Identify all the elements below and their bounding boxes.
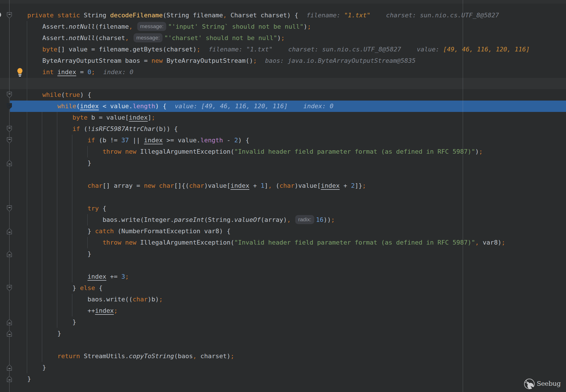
intention-bulb-icon[interactable] <box>16 68 24 77</box>
indent-guide <box>87 237 88 248</box>
code-token: (! <box>80 125 91 132</box>
indent-guide <box>27 21 27 373</box>
fold-end-icon[interactable] <box>7 364 12 371</box>
code-line-19[interactable]: baos.write(Integer.parseInt(String.value… <box>103 214 335 226</box>
code-line-12[interactable]: if (b != 37 || index >= value.length - 2… <box>88 135 249 146</box>
code-line-10[interactable]: byte b = value[index]; <box>72 112 155 123</box>
code-token: ; <box>197 46 200 53</box>
code-line-4[interactable]: byte[] value = filename.getBytes(charset… <box>42 44 530 55</box>
code-line-11[interactable]: if (!isRFC5987AttrChar(b)) { <box>72 123 178 135</box>
fold-end-icon[interactable] <box>7 160 12 166</box>
code-line-6[interactable]: int index = 0;index: 0 <box>42 66 133 78</box>
code-token: { <box>95 284 103 291</box>
code-editor: private static String decodeFilename(Str… <box>0 0 566 392</box>
code-token: return <box>57 353 80 360</box>
code-token: copyToString <box>129 353 174 360</box>
code-line-9[interactable]: while(index < value.length) {value: [49,… <box>57 101 334 112</box>
code-token: ( <box>61 91 65 98</box>
code-line-25[interactable]: } else { <box>72 282 103 294</box>
code-token: = <box>76 68 88 76</box>
code-line-13[interactable]: throw new IllegalArgumentException("Inva… <box>103 146 483 157</box>
code-token <box>291 216 294 223</box>
code-line-33[interactable]: } <box>27 373 31 385</box>
code-line-29[interactable]: } <box>57 328 61 339</box>
fold-end-icon[interactable] <box>7 251 12 257</box>
code-token: charset) <box>197 353 230 360</box>
code-line-28[interactable]: } <box>72 316 76 328</box>
code-token: - <box>223 137 234 144</box>
code-line-8[interactable]: while(true) { <box>42 89 91 101</box>
code-token: + <box>340 182 351 189</box>
code-line-24[interactable]: index += 3; <box>88 271 129 282</box>
code-line-18[interactable]: try { <box>88 203 106 214</box>
code-line-1[interactable]: private static String decodeFilename(Str… <box>27 10 499 21</box>
code-token: ) <box>303 23 307 30</box>
code-token: StreamUtils. <box>80 353 129 360</box>
code-line-27[interactable]: ++index; <box>88 305 118 316</box>
code-token: ; <box>125 273 129 280</box>
code-token: parseInt <box>174 216 204 223</box>
fold-collapse-icon[interactable] <box>7 12 12 18</box>
code-token: throw <box>103 239 121 246</box>
code-token: 2 <box>351 182 355 189</box>
code-token: , <box>287 216 291 223</box>
fold-end-icon[interactable] <box>7 376 12 382</box>
fold-collapse-icon[interactable] <box>7 205 12 212</box>
code-token: , <box>475 239 479 246</box>
fold-collapse-icon[interactable] <box>7 285 12 291</box>
code-token <box>129 34 133 41</box>
code-token: isRFC5987AttrChar <box>91 125 155 132</box>
code-token: var8) <box>479 239 501 246</box>
code-token: ) { <box>238 137 249 144</box>
parameter-hint-pill: message: <box>134 33 163 42</box>
code-token <box>121 239 125 246</box>
code-token: ; <box>151 114 155 121</box>
fold-collapse-icon[interactable] <box>7 126 12 132</box>
fold-end-icon[interactable] <box>7 319 12 325</box>
code-token: IllegalArgumentException( <box>136 148 234 155</box>
code-line-14[interactable]: } <box>88 157 91 169</box>
code-token: char <box>189 182 204 189</box>
code-line-22[interactable]: } <box>88 248 91 260</box>
code-token: String <box>80 12 110 19</box>
code-line-21[interactable]: throw new IllegalArgumentException("Inva… <box>103 237 505 248</box>
code-line-5[interactable]: ByteArrayOutputStream baos = new ByteArr… <box>42 55 416 66</box>
code-token: } <box>27 375 31 382</box>
fold-collapse-icon[interactable] <box>7 103 12 109</box>
code-line-16[interactable]: char[] array = new char[]{(char)value[in… <box>88 180 366 191</box>
indent-guide <box>72 135 72 282</box>
code-token: while <box>57 103 76 110</box>
fold-collapse-icon[interactable] <box>7 137 12 143</box>
code-line-2[interactable]: Assert.notNull(filename, message:"'input… <box>42 21 311 32</box>
debugger-inline-hint: charset: sun.nio.cs.UTF_8@5827 <box>386 12 499 19</box>
code-token: baos.write(Integer. <box>103 216 174 223</box>
code-token: new <box>151 57 163 64</box>
code-token: index <box>230 182 249 189</box>
code-token: } <box>42 364 46 371</box>
code-token: IllegalArgumentException( <box>136 239 234 246</box>
code-token <box>121 148 125 155</box>
code-line-31[interactable]: return StreamUtils.copyToString(baos, ch… <box>57 351 234 362</box>
code-token: } <box>88 250 91 257</box>
code-token: index <box>88 273 106 280</box>
code-token <box>133 23 136 30</box>
code-line-20[interactable]: } catch (NumberFormatException var8) { <box>88 226 230 237</box>
code-line-3[interactable]: Assert.notNull(charset, message:"'charse… <box>42 32 285 44</box>
code-token: || <box>129 137 144 144</box>
code-token <box>155 182 159 189</box>
debugger-inline-hint: value: <box>417 46 443 53</box>
code-line-26[interactable]: baos.write((char)b); <box>88 294 163 305</box>
code-line-32[interactable]: } <box>42 362 46 373</box>
code-token: (b != <box>95 137 121 144</box>
code-token: index <box>80 103 99 110</box>
fold-collapse-icon[interactable] <box>7 92 12 98</box>
caret-line-highlight <box>0 78 566 89</box>
code-token: )value[ <box>294 182 321 189</box>
fold-end-icon[interactable] <box>7 228 12 234</box>
code-token: { <box>99 205 107 212</box>
code-token: byte <box>72 114 88 121</box>
code-token: ]} <box>355 182 362 189</box>
code-token: "Invalid header field parameter format (… <box>234 239 475 246</box>
fold-end-icon[interactable] <box>7 330 12 337</box>
seebug-watermark-text: Seebug <box>537 380 561 388</box>
